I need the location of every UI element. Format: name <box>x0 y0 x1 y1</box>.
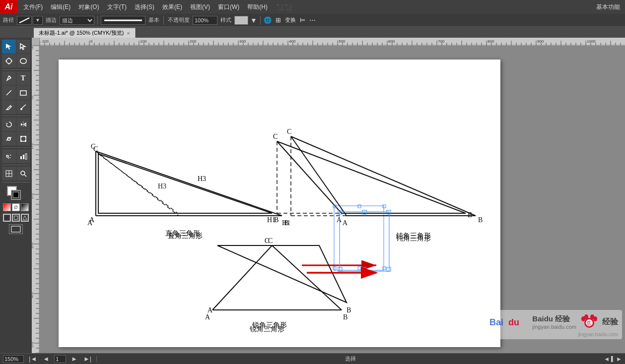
svg-text:du: du <box>508 317 519 327</box>
menu-file[interactable]: 文件(F) <box>19 0 47 14</box>
next-page-btn[interactable]: ► <box>70 355 78 363</box>
artboard: C A B H3 直角三角形 <box>59 60 500 347</box>
rt-c2: C <box>91 143 95 150</box>
svg-text:-30: -30 <box>32 46 34 50</box>
tool-row-2 <box>2 54 30 68</box>
ot-h1-2: H1 <box>282 219 290 227</box>
rect-tool[interactable] <box>16 86 30 100</box>
watermark: Bai du Baidu 经验 jingyan.baidu.com 爪 <box>486 310 622 339</box>
stroke-options[interactable]: ▼ <box>33 16 43 25</box>
bottom-bar: 150% |◄ ◄ 1 ► ►| 选择 ◄ ▌ ► <box>0 353 625 364</box>
free-transform-tool[interactable] <box>16 132 30 146</box>
svg-text:470: 470 <box>32 292 34 298</box>
rt-name2: 直角三角形 <box>165 229 200 237</box>
ot-a2: A <box>343 219 348 227</box>
menu-help[interactable]: 帮助(H) <box>243 0 272 14</box>
prev-page-btn[interactable]: ◄ <box>42 355 50 363</box>
draw-mode-row <box>3 214 29 222</box>
svg-line-7 <box>9 76 11 78</box>
magic-wand-tool[interactable] <box>2 54 16 68</box>
art-navigate-left[interactable]: ◄ <box>604 356 610 363</box>
style-option-btn[interactable]: ▼ <box>250 16 257 24</box>
gradient-btn[interactable] <box>21 203 29 211</box>
svg-text:900: 900 <box>537 39 544 44</box>
rotate-tool[interactable] <box>2 118 16 131</box>
align-icon[interactable]: ⊨ <box>300 16 305 24</box>
top-ruler-svg: /* ruler marks done inline */ -100010020… <box>40 38 625 46</box>
menu-effect[interactable]: 效果(E) <box>158 0 186 14</box>
toolbar-divider-1 <box>97 16 98 25</box>
type-tool[interactable]: T <box>16 71 30 85</box>
color-mode-btn[interactable] <box>3 203 11 211</box>
svg-point-20 <box>6 155 8 157</box>
opacity-input[interactable]: 100% <box>193 16 217 25</box>
sh-tm <box>362 210 366 214</box>
stroke-swatch[interactable] <box>11 190 21 200</box>
stroke-select[interactable]: 描边 <box>60 16 94 25</box>
style-swatch[interactable] <box>234 16 248 25</box>
art-navigate-right[interactable]: ► <box>616 356 622 363</box>
slice-tool[interactable] <box>2 167 16 181</box>
svg-text:爪: 爪 <box>586 320 592 326</box>
tab-close-btn[interactable]: × <box>127 30 130 36</box>
menu-object[interactable]: 对象(O) <box>74 0 103 14</box>
toolbox-divider-2 <box>2 116 30 116</box>
grid-icon[interactable]: ⊞ <box>276 16 281 24</box>
zoom-tool[interactable] <box>16 167 30 181</box>
svg-text:700: 700 <box>438 39 445 44</box>
pen-tool[interactable] <box>2 71 16 85</box>
svg-point-249 <box>593 316 597 321</box>
menu-edit[interactable]: 编辑(E) <box>47 0 74 14</box>
stroke-color-swatch[interactable] <box>17 16 32 25</box>
reflect-tool[interactable] <box>16 118 30 131</box>
ot-name2: 钝角三角形 <box>396 234 431 242</box>
svg-point-30 <box>21 171 25 175</box>
tool-row-1 <box>2 40 30 54</box>
rt-hyp <box>96 151 282 216</box>
svg-text:800: 800 <box>487 39 494 44</box>
line-tool[interactable] <box>2 86 16 100</box>
toolbox-divider-1 <box>2 69 30 70</box>
toolbar: 路径 ▼ 描边 描边 基本 不透明度 100% 样式 ▼ 🌐 ⊞ 变换 ⊨ ⋯ <box>0 14 625 27</box>
at-left <box>212 245 272 310</box>
svg-rect-25 <box>23 155 24 159</box>
select-tool[interactable] <box>2 40 16 54</box>
canvas-row: -3070170270370470570 C A B <box>32 46 625 353</box>
svg-text:600: 600 <box>388 39 395 44</box>
lasso-tool[interactable] <box>16 54 30 68</box>
brush-tool[interactable] <box>16 100 30 114</box>
line-style[interactable] <box>101 16 145 25</box>
pencil-tool[interactable] <box>2 100 16 114</box>
color-swatch-area[interactable] <box>7 186 25 202</box>
more-icon[interactable]: ⋯ <box>309 16 316 24</box>
transform-btn[interactable]: 变换 <box>285 16 296 24</box>
svg-line-31 <box>24 175 26 177</box>
svg-point-23 <box>8 158 9 159</box>
last-page-btn[interactable]: ►| <box>82 355 92 363</box>
globe-icon[interactable]: 🌐 <box>264 16 272 24</box>
direct-select-tool[interactable] <box>16 40 30 54</box>
canvas-viewport[interactable]: C A B H3 直角三角形 <box>40 46 625 353</box>
menu-text[interactable]: 文字(T) <box>103 0 131 14</box>
screen-mode[interactable] <box>9 224 23 234</box>
inside-draw-mode[interactable] <box>21 214 29 222</box>
warp-tool[interactable] <box>2 132 16 146</box>
column-graph-tool[interactable] <box>16 149 30 163</box>
first-page-btn[interactable]: |◄ <box>28 355 38 363</box>
zoom-input[interactable]: 150% <box>3 355 24 363</box>
menu-items: 文件(F) 编辑(E) 对象(O) 文字(T) 选择(S) 效果(E) 视图(V… <box>17 0 596 14</box>
menu-select[interactable]: 选择(S) <box>131 0 158 14</box>
rt-a2: A <box>87 219 93 227</box>
ot-c2: C <box>287 128 291 135</box>
page-input[interactable]: 1 <box>54 355 66 363</box>
none-fill-btn[interactable]: ∅ <box>12 203 20 211</box>
ruler-corner <box>32 38 40 46</box>
menu-window[interactable]: 窗口(W) <box>214 0 243 14</box>
svg-text:100: 100 <box>140 39 147 44</box>
document-tab[interactable]: 未标题-1.ai* @ 150% (CMYK/预览) × <box>34 28 136 38</box>
normal-draw-mode[interactable] <box>3 214 11 222</box>
menu-view[interactable]: 视图(V) <box>186 0 214 14</box>
behind-draw-mode[interactable] <box>12 214 20 222</box>
svg-text:300: 300 <box>239 39 246 44</box>
symbol-spray-tool[interactable] <box>2 149 16 163</box>
